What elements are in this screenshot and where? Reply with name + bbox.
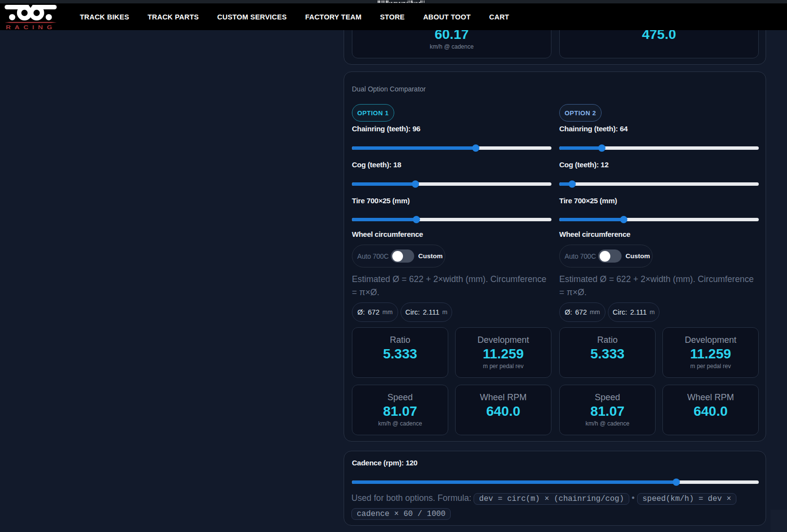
svg-text:RACING: RACING xyxy=(6,24,56,30)
